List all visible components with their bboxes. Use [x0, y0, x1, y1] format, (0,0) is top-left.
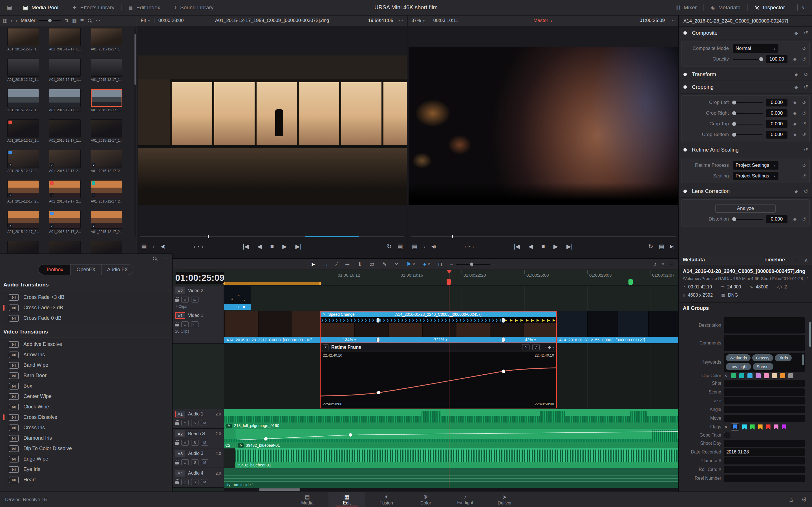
- clip-thumbnail[interactable]: [7, 89, 39, 107]
- source-goto-in-button[interactable]: |◀: [243, 243, 249, 250]
- track-name[interactable]: Video 1: [188, 313, 221, 318]
- field-input-shot[interactable]: [724, 380, 805, 387]
- topbar-tab-inspector[interactable]: ⚒Inspector: [748, 0, 792, 15]
- field-input-shoot-day[interactable]: [724, 440, 805, 447]
- section-composite[interactable]: Composite ◆ ↺: [679, 27, 812, 40]
- clip-color-swatch[interactable]: [748, 373, 753, 378]
- media-clip[interactable]: A01_2015-12-17_1...: [7, 28, 39, 51]
- home-icon[interactable]: ⌂: [789, 496, 793, 503]
- reset-icon[interactable]: ↺: [802, 173, 806, 179]
- solo-button[interactable]: S: [191, 440, 199, 446]
- keyframe-icon[interactable]: ◆: [793, 121, 797, 126]
- clip-thumbnail[interactable]: [49, 28, 81, 46]
- media-clip[interactable]: A01_2015-12-17_1...: [7, 119, 39, 143]
- reset-icon[interactable]: ↺: [802, 132, 806, 138]
- replace-clip-button-icon[interactable]: ⇄: [370, 261, 374, 268]
- keyword-chip[interactable]: Birds: [775, 354, 792, 361]
- flag-icon[interactable]: [758, 425, 763, 430]
- timeline-play-button[interactable]: ▶: [553, 243, 558, 250]
- reset-icon[interactable]: ↺: [802, 110, 806, 116]
- clip-v2[interactable]: ··· ↪ ◆: [224, 286, 251, 310]
- loop-icon[interactable]: ↻: [387, 243, 392, 250]
- section-cropping[interactable]: Cropping ◆ ↺: [679, 81, 812, 94]
- keyframe-icon[interactable]: ◆: [795, 31, 798, 36]
- opacity-slider[interactable]: [733, 59, 763, 60]
- workspace-icon[interactable]: ▣: [3, 4, 16, 11]
- media-clip[interactable]: A01_2015-12-17_1...: [91, 59, 122, 82]
- clip-a2-small[interactable]: C2...: [224, 429, 236, 448]
- keyframe-icon[interactable]: ◆: [795, 84, 798, 90]
- distortion-slider[interactable]: [733, 219, 763, 220]
- source-play-button[interactable]: ▶: [282, 243, 287, 250]
- transition-eye-iris[interactable]: ⋈Eye Iris: [3, 464, 169, 474]
- more-icon[interactable]: ···: [399, 18, 403, 23]
- transition-additive-dissolve[interactable]: ⋈Additive Dissolve: [3, 339, 169, 349]
- enable-toggle[interactable]: [683, 73, 687, 76]
- enable-toggle[interactable]: [683, 31, 687, 35]
- clip-thumbnail[interactable]: ♪: [7, 180, 39, 198]
- transition-edge-wipe[interactable]: ⋈Edge Wipe: [3, 454, 169, 464]
- clip-color-swatch[interactable]: [772, 373, 777, 378]
- analyze-button[interactable]: Analyze: [715, 204, 776, 213]
- transition-clock-wipe[interactable]: ⋈Clock Wipe: [3, 402, 169, 412]
- transition-barn-door[interactable]: ⋈Barn Door: [3, 371, 169, 381]
- topbar-tab-metadata[interactable]: ◈Metadata: [704, 0, 748, 15]
- media-clip[interactable]: ♪A01_2015-12-17_2...: [91, 150, 122, 173]
- retime-curve-area[interactable]: 22:42:40:10 22:42:40:10 22:40:58:00 22:4…: [320, 351, 556, 408]
- prev-keyframe-icon[interactable]: ‹: [545, 345, 546, 349]
- crop-top-value[interactable]: 0.000: [766, 120, 788, 128]
- transition-cross-iris[interactable]: ⋈Cross Iris: [3, 422, 169, 433]
- reset-icon[interactable]: ↺: [804, 30, 808, 36]
- workspace-menu-button[interactable]: ∨: [797, 4, 809, 11]
- loop-icon[interactable]: ↻: [648, 243, 653, 250]
- transition-dip-to-color-dissolve[interactable]: ⋈Dip To Color Dissolve: [3, 443, 169, 454]
- media-clip[interactable]: A01_2015-12-17_1...: [91, 28, 122, 51]
- gear-icon[interactable]: ⚙: [801, 496, 807, 503]
- track-name[interactable]: Audio 3: [188, 451, 214, 456]
- timeline-goto-out-button[interactable]: ▶|: [566, 243, 573, 250]
- topbar-tab-effects-library[interactable]: ✦Effects Library: [65, 0, 121, 15]
- keyframe-icon[interactable]: ◆: [243, 305, 245, 309]
- media-clip[interactable]: A01_2015-12-17_1...: [91, 119, 122, 143]
- next-keyframe-icon[interactable]: ›: [553, 345, 554, 349]
- media-clip[interactable]: ♪A01_2015-12-17_2...: [49, 180, 81, 203]
- track-target-a4[interactable]: A4: [175, 470, 185, 476]
- section-lens-correction[interactable]: Lens Correction ◆ ↺: [679, 185, 812, 198]
- forward-icon[interactable]: ›: [16, 18, 17, 23]
- solo-button[interactable]: S: [191, 459, 199, 465]
- curve-linear-icon[interactable]: ╱: [532, 344, 540, 350]
- flag-icon[interactable]: [766, 425, 770, 430]
- track-header-a3[interactable]: A3Audio 32.0◇SM: [172, 448, 224, 468]
- list-view-icon[interactable]: ≣: [80, 18, 84, 24]
- track-name[interactable]: Audio 1: [188, 411, 214, 416]
- composite-mode-select[interactable]: Normal∨: [733, 44, 778, 53]
- more-icon[interactable]: ···: [96, 18, 100, 23]
- lock-icon[interactable]: [175, 480, 179, 484]
- media-pool-scrollbar[interactable]: [135, 27, 136, 236]
- flag-selected-box[interactable]: [731, 424, 739, 431]
- clip-thumbnail[interactable]: [91, 119, 122, 137]
- next-edit-icon[interactable]: ▶|: [670, 244, 674, 249]
- keyframe-icon[interactable]: ◆: [793, 132, 797, 137]
- mute-button[interactable]: M: [201, 440, 208, 446]
- metadata-source-toggle[interactable]: Timeline: [764, 257, 785, 263]
- timeline-h-scrollbar[interactable]: [224, 488, 678, 491]
- clip-thumbnail[interactable]: ♪: [49, 150, 81, 168]
- enable-toggle[interactable]: [683, 189, 687, 193]
- reset-icon[interactable]: ↺: [802, 163, 806, 168]
- marker-green[interactable]: [628, 279, 633, 285]
- reset-icon[interactable]: ↺: [804, 71, 808, 77]
- clip-thumbnail[interactable]: ♪: [91, 241, 122, 253]
- search-icon[interactable]: [153, 256, 157, 261]
- field-input-roll-card[interactable]: [724, 466, 805, 473]
- page-deliver[interactable]: ➤Deliver: [486, 492, 523, 507]
- clip-a4[interactable]: ity from inside 1: [224, 468, 678, 488]
- keyframe-icon[interactable]: ◆: [793, 111, 797, 116]
- volume-automation[interactable]: [236, 429, 678, 442]
- field-input-scene[interactable]: [724, 388, 805, 396]
- flag-button[interactable]: ⚑∨: [406, 261, 415, 268]
- clip-thumbnail[interactable]: [91, 28, 122, 46]
- clip-thumbnail[interactable]: [49, 119, 81, 137]
- timeline-video[interactable]: [409, 47, 678, 205]
- more-icon[interactable]: ···: [670, 18, 675, 23]
